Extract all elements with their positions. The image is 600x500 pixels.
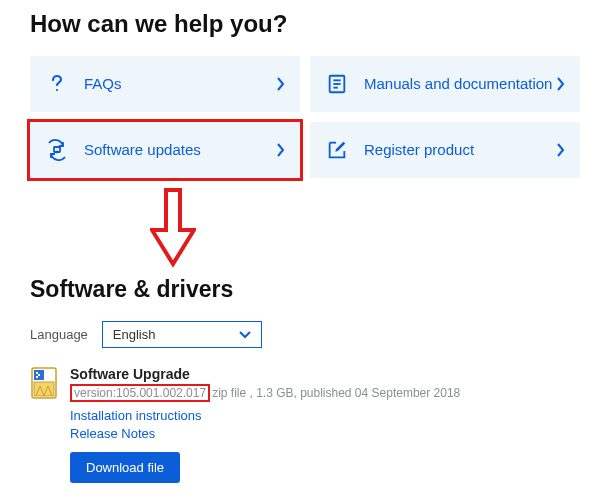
tile-label: FAQs xyxy=(84,75,276,94)
zip-file-icon xyxy=(30,366,58,400)
section-heading: Software & drivers xyxy=(30,276,580,303)
version-highlight: version:105.001.002.017 xyxy=(70,384,210,402)
page-heading: How can we help you? xyxy=(30,10,580,38)
language-select[interactable]: English xyxy=(102,321,262,348)
tile-manuals[interactable]: Manuals and documentation xyxy=(310,56,580,112)
refresh-monitor-icon xyxy=(44,137,70,163)
installation-instructions-link[interactable]: Installation instructions xyxy=(70,408,580,423)
version-label: version: xyxy=(74,386,116,400)
file-meta: version:105.001.002.017 zip file , 1.3 G… xyxy=(70,384,580,402)
tile-label: Software updates xyxy=(84,141,276,160)
arrow-down-icon xyxy=(150,188,196,268)
version-value: 105.001.002.017 xyxy=(116,386,206,400)
file-links: Installation instructions Release Notes xyxy=(70,408,580,441)
tile-software-updates[interactable]: Software updates xyxy=(30,122,300,178)
svg-rect-9 xyxy=(36,372,38,374)
tile-faqs[interactable]: FAQs xyxy=(30,56,300,112)
language-label: Language xyxy=(30,327,88,342)
chevron-down-icon xyxy=(239,327,251,342)
svg-rect-11 xyxy=(36,376,38,378)
question-icon xyxy=(44,71,70,97)
tile-register[interactable]: Register product xyxy=(310,122,580,178)
chevron-right-icon xyxy=(556,142,566,158)
release-notes-link[interactable]: Release Notes xyxy=(70,426,580,441)
tile-label: Register product xyxy=(364,141,556,160)
file-title: Software Upgrade xyxy=(70,366,580,382)
help-tiles: FAQs Manuals and documentation xyxy=(30,56,580,178)
language-selected: English xyxy=(113,327,156,342)
edit-icon xyxy=(324,137,350,163)
download-button[interactable]: Download file xyxy=(70,452,180,483)
tile-label: Manuals and documentation xyxy=(364,75,556,94)
file-info: Software Upgrade version:105.001.002.017… xyxy=(70,366,580,483)
chevron-right-icon xyxy=(556,76,566,92)
annotation-arrow xyxy=(30,188,580,268)
svg-rect-10 xyxy=(38,374,40,376)
language-row: Language English xyxy=(30,321,580,348)
chevron-right-icon xyxy=(276,76,286,92)
svg-point-0 xyxy=(56,89,58,91)
file-meta-text: zip file , 1.3 GB, published 04 Septembe… xyxy=(212,386,460,400)
document-icon xyxy=(324,71,350,97)
download-item: Software Upgrade version:105.001.002.017… xyxy=(30,366,580,483)
chevron-right-icon xyxy=(276,142,286,158)
